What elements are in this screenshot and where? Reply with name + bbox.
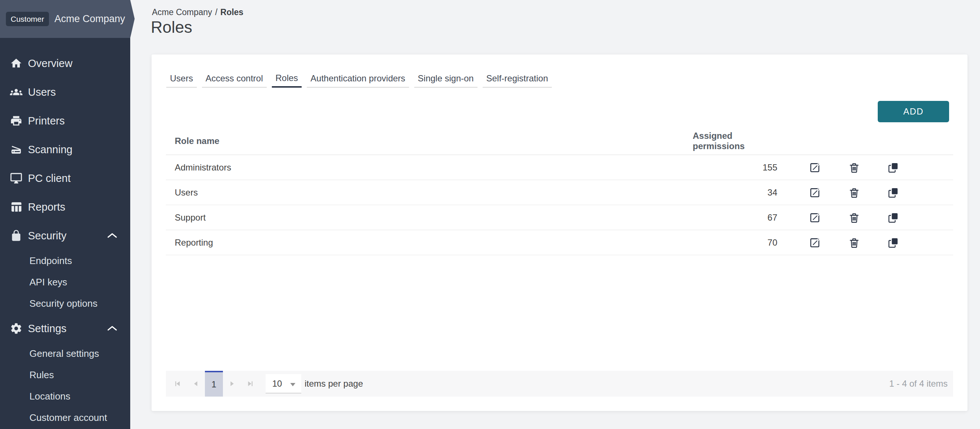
items-per-page-label: items per page	[305, 378, 363, 389]
sidebar-item-label: PC client	[28, 172, 71, 185]
sidebar-item-overview[interactable]: Overview	[0, 49, 130, 78]
sidebar-item-label: Overview	[28, 57, 72, 70]
page-size-select[interactable]: 10	[266, 374, 301, 393]
lock-icon	[10, 230, 22, 242]
page-number-button[interactable]: 1	[205, 371, 223, 397]
scanner-icon	[10, 143, 22, 156]
column-header-role-name: Role name	[166, 136, 684, 146]
tab-strip: Users Access control Roles Authenticatio…	[166, 70, 557, 88]
sidebar-item-label: Users	[28, 86, 56, 98]
sidebar-item-label: Reports	[28, 201, 65, 213]
tab-single-sign-on[interactable]: Single sign-on	[414, 70, 477, 88]
delete-icon[interactable]	[848, 161, 861, 174]
tab-self-registration[interactable]: Self-registration	[483, 70, 552, 88]
breadcrumb-current: Roles	[220, 7, 243, 17]
chevron-up-icon	[107, 325, 118, 332]
page-title: Roles	[151, 18, 192, 37]
role-name-cell: Support	[166, 212, 684, 223]
row-actions	[786, 186, 953, 199]
home-icon	[10, 57, 22, 70]
customer-header: Customer Acme Company	[0, 0, 135, 38]
roles-table: Role name Assigned permissions Administr…	[166, 127, 953, 255]
sidebar-item-label: Printers	[28, 115, 65, 127]
table-row: Users 34	[166, 180, 953, 205]
sidebar-item-pc-client[interactable]: PC client	[0, 164, 130, 193]
reports-icon	[10, 201, 22, 213]
permissions-cell: 67	[684, 212, 786, 223]
edit-icon[interactable]	[809, 236, 821, 249]
last-page-icon[interactable]	[241, 371, 260, 397]
add-button[interactable]: ADD	[878, 101, 949, 122]
tab-roles[interactable]: Roles	[272, 70, 302, 88]
next-page-icon[interactable]	[223, 371, 241, 397]
table-row: Administrators 155	[166, 155, 953, 180]
sidebar-subitem-endpoints[interactable]: Endpoints	[0, 250, 130, 271]
delete-icon[interactable]	[848, 211, 861, 224]
company-name: Acme Company	[54, 13, 125, 25]
sidebar-nav: Overview Users Printers Scanning PC clie…	[0, 49, 130, 428]
sidebar-subitem-rules[interactable]: Rules	[0, 364, 130, 386]
sidebar-subitem-locations[interactable]: Locations	[0, 386, 130, 407]
sidebar-item-reports[interactable]: Reports	[0, 193, 130, 221]
users-icon	[10, 86, 22, 98]
role-name-cell: Reporting	[166, 238, 684, 248]
permissions-cell: 70	[684, 238, 786, 248]
sidebar-item-printers[interactable]: Printers	[0, 107, 130, 135]
sidebar-subitem-security-options[interactable]: Security options	[0, 293, 130, 314]
row-actions	[786, 236, 953, 249]
breadcrumb-separator: /	[215, 7, 217, 17]
edit-icon[interactable]	[809, 186, 821, 199]
printer-icon	[10, 115, 22, 127]
delete-icon[interactable]	[848, 236, 861, 249]
sidebar-subitem-api-keys[interactable]: API keys	[0, 271, 130, 293]
delete-icon[interactable]	[848, 186, 861, 199]
customer-badge: Customer	[6, 12, 49, 26]
copy-icon[interactable]	[887, 236, 899, 249]
copy-icon[interactable]	[887, 186, 899, 199]
sidebar-item-label: Settings	[28, 322, 67, 335]
tab-users[interactable]: Users	[166, 70, 197, 88]
previous-page-icon[interactable]	[186, 371, 205, 397]
sidebar: Overview Users Printers Scanning PC clie…	[0, 0, 130, 429]
table-row: Reporting 70	[166, 230, 953, 255]
breadcrumb: Acme Company/Roles	[152, 7, 243, 17]
breadcrumb-parent[interactable]: Acme Company	[152, 7, 212, 17]
sidebar-item-scanning[interactable]: Scanning	[0, 135, 130, 164]
row-actions	[786, 211, 953, 224]
page-size-value: 10	[272, 378, 282, 389]
sidebar-subitem-general-settings[interactable]: General settings	[0, 343, 130, 364]
role-name-cell: Users	[166, 187, 684, 198]
first-page-icon[interactable]	[168, 371, 186, 397]
sidebar-item-users[interactable]: Users	[0, 78, 130, 107]
pager-range-label: 1 - 4 of 4 items	[889, 378, 953, 389]
table-header-row: Role name Assigned permissions	[166, 127, 953, 155]
chevron-up-icon	[107, 232, 118, 239]
sidebar-item-security[interactable]: Security	[0, 221, 130, 250]
copy-icon[interactable]	[887, 211, 899, 224]
monitor-icon	[10, 172, 22, 185]
sidebar-item-label: Security	[28, 230, 67, 242]
gear-icon	[10, 322, 22, 335]
permissions-cell: 155	[684, 163, 786, 173]
copy-icon[interactable]	[887, 161, 899, 174]
role-name-cell: Administrators	[166, 163, 684, 173]
row-actions	[786, 161, 953, 174]
sidebar-item-label: Scanning	[28, 144, 72, 156]
edit-icon[interactable]	[809, 211, 821, 224]
pager: 1 10 items per page 1 - 4 of 4 items	[166, 371, 953, 397]
permissions-cell: 34	[684, 187, 786, 198]
table-row: Support 67	[166, 205, 953, 230]
tab-authentication-providers[interactable]: Authentication providers	[307, 70, 409, 88]
content-card: Users Access control Roles Authenticatio…	[151, 54, 967, 411]
sidebar-subitem-customer-account[interactable]: Customer account	[0, 407, 130, 428]
column-header-assigned-permissions: Assigned permissions	[684, 131, 786, 152]
sidebar-item-settings[interactable]: Settings	[0, 314, 130, 343]
tab-access-control[interactable]: Access control	[202, 70, 267, 88]
edit-icon[interactable]	[809, 161, 821, 174]
chevron-down-icon	[290, 378, 296, 389]
